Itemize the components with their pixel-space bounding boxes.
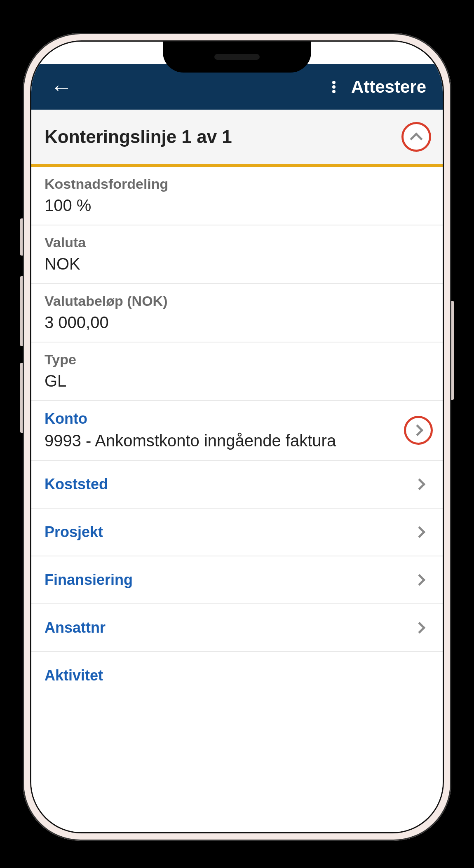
header-title[interactable]: Attestere — [351, 77, 426, 97]
section-header[interactable]: Konteringslinje 1 av 1 — [31, 110, 443, 167]
section-title: Konteringslinje 1 av 1 — [45, 127, 232, 147]
field-valuta: Valuta NOK — [31, 225, 443, 284]
field-label: Kostnadsfordeling — [45, 176, 429, 192]
header-right: Attestere — [332, 77, 426, 97]
field-konto[interactable]: Konto 9993 - Ankomstkonto inngående fakt… — [31, 401, 443, 461]
field-label: Ansattnr — [45, 619, 415, 636]
field-valutabelop: Valutabeløp (NOK) 3 000,00 — [31, 284, 443, 343]
app-content: ← Attestere Konteringslinje 1 av 1 Ko — [31, 42, 443, 832]
field-value: 3 000,00 — [45, 313, 429, 332]
volume-button — [20, 276, 23, 346]
field-prosjekt[interactable]: Prosjekt — [31, 509, 443, 556]
chevron-up-icon — [410, 132, 422, 145]
chevron-right-icon — [414, 622, 425, 633]
field-aktivitet[interactable]: Aktivitet — [31, 652, 443, 699]
power-button — [451, 301, 454, 400]
fields-list: Kostnadsfordeling 100 % Valuta NOK Valut… — [31, 167, 443, 832]
field-type: Type GL — [31, 343, 443, 401]
field-koststed[interactable]: Koststed — [31, 461, 443, 509]
field-label: Type — [45, 352, 429, 368]
field-label: Prosjekt — [45, 523, 415, 541]
field-kostnadsfordeling: Kostnadsfordeling 100 % — [31, 167, 443, 225]
phone-frame: ← Attestere Konteringslinje 1 av 1 Ko — [23, 33, 451, 841]
field-ansattnr[interactable]: Ansattnr — [31, 604, 443, 652]
field-finansiering[interactable]: Finansiering — [31, 556, 443, 604]
volume-button — [20, 218, 23, 256]
field-label: Koststed — [45, 476, 415, 493]
field-label: Finansiering — [45, 571, 415, 589]
chevron-right-icon — [414, 574, 425, 586]
collapse-button[interactable] — [401, 122, 431, 152]
chevron-right-icon — [414, 479, 425, 490]
phone-screen: ← Attestere Konteringslinje 1 av 1 Ko — [30, 40, 444, 833]
more-options-icon[interactable] — [332, 81, 336, 93]
konto-navigate-button[interactable] — [404, 416, 433, 445]
field-label: Aktivitet — [45, 667, 429, 684]
field-value: GL — [45, 372, 429, 390]
field-label: Valutabeløp (NOK) — [45, 293, 429, 309]
chevron-right-icon — [414, 526, 425, 538]
field-value: 9993 - Ankomstkonto inngående faktura — [45, 432, 404, 450]
field-value: 100 % — [45, 196, 429, 215]
field-value: NOK — [45, 255, 429, 273]
phone-notch — [163, 42, 311, 73]
field-label: Valuta — [45, 235, 429, 251]
back-arrow-icon[interactable]: ← — [50, 74, 73, 100]
volume-button — [20, 363, 23, 433]
field-label: Konto — [45, 410, 404, 427]
chevron-right-icon — [412, 424, 423, 436]
